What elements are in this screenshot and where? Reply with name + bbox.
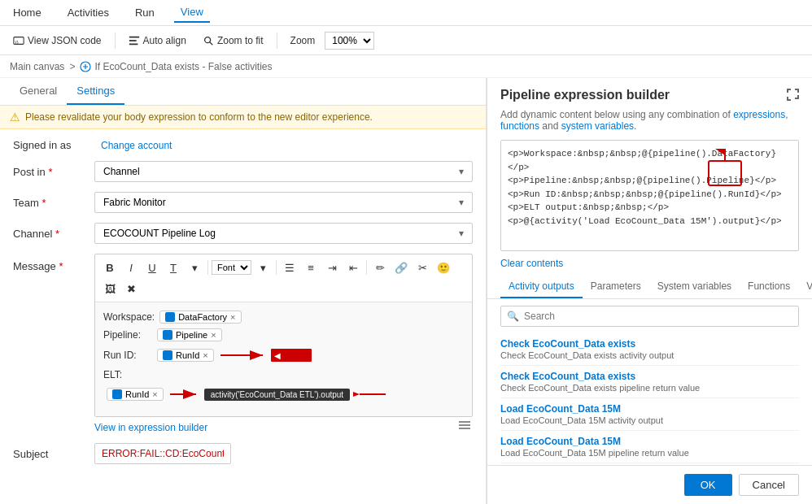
emoji-button[interactable]: 🙂 (434, 258, 453, 277)
editor-body[interactable]: Workspace: DataFactory × Pipeline: (95, 302, 472, 416)
functions-link[interactable]: functions (500, 120, 539, 132)
change-account-link[interactable]: Change account (101, 140, 172, 151)
nav-view[interactable]: View (174, 2, 210, 23)
runid-arrow2: ◀ (271, 346, 312, 364)
runid-chip-icon (163, 350, 172, 360)
svg-text:{}: {} (15, 38, 19, 44)
signed-in-label: Signed in as (13, 139, 94, 151)
tab-general[interactable]: General (10, 78, 67, 105)
activity-item-name-0: Check EcoCount_Data exists (500, 338, 799, 350)
activity-item-name-3: Load EcoCount_Data 15M (500, 436, 799, 447)
team-label: Team * (13, 197, 94, 209)
elt-chip[interactable]: RunId × (107, 388, 164, 401)
right-tab-system-variables[interactable]: System variables (649, 276, 740, 298)
pipeline-chip-close[interactable]: × (211, 330, 216, 340)
cancel-button[interactable]: Cancel (739, 474, 799, 496)
runid-chip-close[interactable]: × (203, 350, 207, 360)
elt-tooltip: activity('EcoCount_Data ETL').output (204, 389, 350, 401)
italic-button[interactable]: I (121, 258, 141, 277)
left-tabs: General Settings (0, 78, 486, 106)
underline-button[interactable]: U (142, 258, 162, 277)
format-button[interactable]: ✖ (121, 279, 141, 298)
text-color-button[interactable]: T (164, 258, 183, 277)
indent-button[interactable]: ⇥ (322, 258, 342, 277)
text-color-down[interactable]: ▾ (185, 258, 204, 277)
team-row: Team * Fabric Monitor ▾ (13, 192, 473, 213)
left-panel: General Settings ⚠ Please revalidate you… (0, 78, 487, 504)
breadcrumb: Main canvas > If EcoCount_Data exists - … (0, 55, 812, 78)
panel-title: Pipeline expression builder (500, 88, 670, 102)
cut-button[interactable]: ✂ (413, 258, 432, 277)
panel-subtitle: Add dynamic content below using any comb… (487, 107, 812, 140)
activity-item-desc-2: Load EcoCount_Data 15M activity output (500, 415, 799, 425)
post-in-label: Post in * (13, 166, 94, 178)
workspace-chip[interactable]: DataFactory × (159, 311, 241, 324)
workspace-chip-text: DataFactory (178, 312, 227, 322)
top-nav: Home Activities Run View (0, 0, 812, 26)
right-tab-parameters[interactable]: Parameters (583, 276, 649, 298)
runid-chip[interactable]: RunId × (157, 349, 214, 362)
elt-chip-close[interactable]: × (152, 389, 157, 399)
font-select[interactable]: Font (212, 260, 251, 275)
editor-sep-1 (207, 260, 208, 275)
outdent-button[interactable]: ⇤ (343, 258, 363, 277)
right-tabs: Activity outputs Parameters System varia… (487, 276, 812, 299)
right-tab-variables[interactable]: Variables (798, 276, 812, 298)
message-editor[interactable]: B I U T ▾ Font ▾ ☰ ≡ ⇥ ⇤ (94, 254, 473, 417)
post-in-dropdown[interactable]: Channel ▾ (94, 161, 473, 182)
channel-dropdown[interactable]: ECOCOUNT Pipeline Log ▾ (94, 223, 473, 244)
activity-list: Check EcoCount_Data exists Check EcoCoun… (487, 333, 812, 466)
right-tab-activity-outputs[interactable]: Activity outputs (500, 276, 583, 298)
expression-textarea[interactable]: <p>Workspace:&nbsp;&nbsp;@{pipeline().Da… (501, 141, 798, 248)
ok-button[interactable]: OK (684, 474, 732, 496)
workspace-chip-close[interactable]: × (230, 312, 235, 322)
search-input[interactable] (500, 306, 799, 327)
breadcrumb-main[interactable]: Main canvas (10, 61, 64, 72)
activity-item-2[interactable]: Load EcoCount_Data 15M Load EcoCount_Dat… (500, 398, 799, 431)
nav-activities[interactable]: Activities (61, 3, 116, 22)
image-button[interactable]: 🖼 (100, 279, 120, 298)
elt-arrow1 (170, 385, 203, 403)
pipeline-chip-icon (163, 330, 172, 340)
view-json-code-button[interactable]: {} View JSON code (7, 32, 108, 50)
font-down[interactable]: ▾ (253, 258, 273, 277)
activity-item-3[interactable]: Load EcoCount_Data 15M Load EcoCount_Dat… (500, 431, 799, 463)
team-dropdown[interactable]: Fabric Monitor ▾ (94, 192, 473, 213)
runid-line-label: Run ID: (103, 350, 152, 361)
zoom-to-fit-button[interactable]: Zoom to fit (196, 32, 270, 50)
bold-button[interactable]: B (100, 258, 120, 277)
panel-close-button[interactable] (786, 88, 799, 104)
workspace-line: Workspace: DataFactory × (103, 311, 464, 324)
auto-align-button[interactable]: Auto align (122, 32, 193, 50)
expressions-link[interactable]: expressions (733, 109, 785, 120)
elt-chip-icon (112, 389, 122, 399)
subject-input[interactable] (94, 443, 231, 464)
toolbar-separator-2 (277, 33, 277, 49)
nav-home[interactable]: Home (7, 3, 48, 22)
system-variables-link[interactable]: system variables (561, 120, 634, 132)
activity-item-0[interactable]: Check EcoCount_Data exists Check EcoCoun… (500, 333, 799, 366)
clear-contents-link[interactable]: Clear contents (500, 258, 799, 269)
pipeline-chip[interactable]: Pipeline × (157, 328, 222, 341)
zoom-select[interactable]: 100% 75% 50% 150% (325, 32, 374, 50)
tab-settings[interactable]: Settings (67, 78, 124, 105)
link-button[interactable]: 🔗 (391, 258, 411, 277)
bullet-list-button[interactable]: ☰ (280, 258, 299, 277)
edit-icon-button[interactable]: ✏ (370, 258, 390, 277)
team-required: * (41, 197, 46, 209)
svg-point-5 (205, 37, 211, 42)
view-expression-link[interactable]: View in expression builder (94, 417, 207, 433)
activity-item-1[interactable]: Check EcoCount_Data exists Check EcoCoun… (500, 366, 799, 398)
activity-item-desc-0: Check EcoCount_Data exists activity outp… (500, 350, 799, 360)
numbered-list-button[interactable]: ≡ (301, 258, 321, 277)
right-tab-functions[interactable]: Functions (740, 276, 798, 298)
workspace-chip-icon (165, 312, 175, 322)
channel-row: Channel * ECOCOUNT Pipeline Log ▾ (13, 223, 473, 244)
pipeline-icon (80, 61, 91, 72)
auto-align-icon (129, 35, 140, 46)
nav-run[interactable]: Run (129, 3, 161, 22)
svg-rect-2 (129, 36, 138, 37)
pipeline-chip-text: Pipeline (176, 330, 207, 340)
zoom-fit-icon (203, 35, 214, 46)
elt-chip-text: RunId (125, 389, 149, 399)
